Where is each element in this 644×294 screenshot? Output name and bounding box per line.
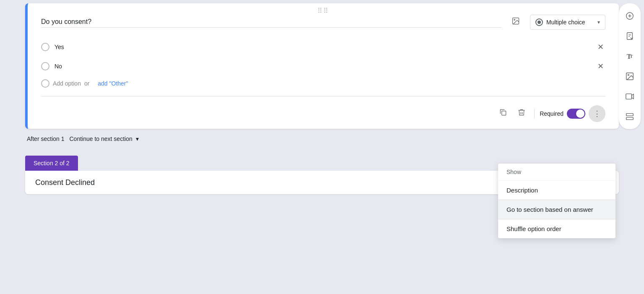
question-type-select[interactable]: Multiple choice ▾ xyxy=(530,15,605,30)
after-section-value: Continue to next section xyxy=(70,135,132,142)
dropdown-item-description[interactable]: Description xyxy=(498,181,615,200)
text-icon: T T xyxy=(625,52,634,61)
svg-marker-14 xyxy=(632,94,634,99)
delete-button[interactable] xyxy=(514,105,529,122)
dropdown-header: Show xyxy=(498,164,615,181)
add-title-button[interactable]: T T xyxy=(621,47,639,65)
dropdown-menu: Show Description Go to section based on … xyxy=(498,164,615,238)
after-section-chevron-icon: ▾ xyxy=(136,135,139,142)
import-icon xyxy=(625,31,634,41)
required-label: Required xyxy=(540,110,564,117)
duplicate-button[interactable] xyxy=(496,105,511,122)
image-sidebar-icon xyxy=(625,72,634,81)
more-button[interactable]: ⋮ xyxy=(589,105,605,122)
option-radio-no xyxy=(41,62,49,70)
option-input-no[interactable] xyxy=(55,63,591,70)
delete-icon xyxy=(517,108,526,117)
radio-icon xyxy=(535,18,543,26)
or-text: or xyxy=(84,80,89,87)
option-remove-yes-button[interactable]: ✕ xyxy=(596,41,605,53)
card-toolbar: Required ⋮ xyxy=(41,101,605,122)
svg-rect-16 xyxy=(626,117,634,120)
more-icon: ⋮ xyxy=(593,109,601,118)
after-section-row: After section 1 Continue to next section… xyxy=(25,129,619,149)
add-option-text[interactable]: Add option xyxy=(53,80,81,87)
option-row-no: ✕ xyxy=(41,57,605,76)
video-icon xyxy=(625,92,634,101)
image-icon xyxy=(512,17,520,25)
main-area: ⠿⠿ Multiple choice ▾ ✕ xyxy=(0,0,644,294)
svg-point-1 xyxy=(514,19,515,21)
section-icon xyxy=(625,112,634,121)
chevron-down-icon: ▾ xyxy=(597,19,600,25)
option-row-yes: ✕ xyxy=(41,37,605,57)
add-circle-icon xyxy=(625,11,634,21)
consent-declined-label: Consent Declined xyxy=(35,178,95,187)
option-remove-no-button[interactable]: ✕ xyxy=(596,60,605,73)
question-header: Multiple choice ▾ xyxy=(41,13,605,31)
svg-rect-2 xyxy=(502,111,506,115)
toggle-knob xyxy=(576,109,584,118)
add-video-button[interactable] xyxy=(621,87,639,106)
after-section-dropdown[interactable]: Continue to next section ▾ xyxy=(70,135,139,142)
svg-rect-15 xyxy=(626,114,634,116)
toolbar-divider xyxy=(534,109,535,119)
add-option-radio xyxy=(41,79,49,88)
right-sidebar: T T xyxy=(619,3,641,129)
after-section-prefix: After section 1 xyxy=(27,135,65,142)
option-input-yes[interactable] xyxy=(55,44,591,51)
dropdown-item-shuffle[interactable]: Shuffle option order xyxy=(498,219,615,238)
question-type-label: Multiple choice xyxy=(546,19,594,26)
question-card: ⠿⠿ Multiple choice ▾ ✕ xyxy=(25,3,619,129)
add-image-sidebar-button[interactable] xyxy=(621,67,639,86)
question-input[interactable] xyxy=(41,16,501,28)
add-other-link[interactable]: add "Other" xyxy=(98,80,128,87)
required-toggle[interactable] xyxy=(567,109,585,119)
dropdown-item-go-to-section[interactable]: Go to section based on answer xyxy=(498,200,615,219)
duplicate-icon xyxy=(499,108,507,117)
import-questions-button[interactable] xyxy=(621,27,639,45)
add-question-button[interactable] xyxy=(621,7,639,25)
svg-text:T: T xyxy=(630,54,633,59)
section-badge: Section 2 of 2 xyxy=(25,156,78,171)
add-option-row: Add option or add "Other" xyxy=(41,76,605,91)
add-section-button[interactable] xyxy=(621,107,639,126)
card-divider xyxy=(41,96,605,96)
option-radio-yes xyxy=(41,43,49,51)
svg-point-12 xyxy=(628,74,629,75)
svg-rect-13 xyxy=(626,94,632,99)
drag-handle: ⠿⠿ xyxy=(317,7,329,15)
add-image-button[interactable] xyxy=(508,13,523,31)
